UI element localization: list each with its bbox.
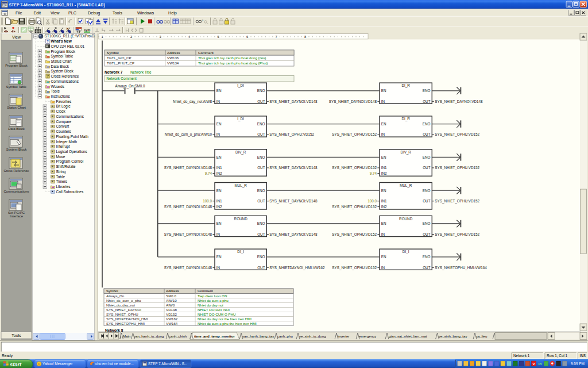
svg-text:View: View: [12, 35, 21, 39]
svg-text:?: ?: [47, 39, 49, 43]
svg-text:Row 1, Col 1: Row 1, Col 1: [547, 354, 568, 358]
svg-text:SYS_NHIET_OPHU:VD152: SYS_NHIET_OPHU:VD152: [435, 132, 479, 137]
svg-text:Symbol Table: Symbol Table: [6, 85, 27, 89]
svg-text:SYS_NHIET_OPHU:VD152: SYS_NHIET_OPHU:VD152: [332, 132, 377, 137]
svg-text:IN2: IN2: [381, 205, 387, 209]
svg-text:canh_phu: canh_phu: [277, 334, 293, 338]
svg-text:Nhiet_do_day_noi: Nhiet_do_day_noi: [106, 303, 135, 307]
svg-text:TGTL_GIO_CP: TGTL_GIO_CP: [107, 56, 131, 60]
svg-text:cho em hoi ve module...: cho em hoi ve module...: [95, 362, 134, 366]
svg-text:Always_On: Always_On: [106, 294, 125, 298]
svg-text:Edit: Edit: [34, 10, 41, 16]
svg-text:SYS_NHIET_OPHU:VD152: SYS_NHIET_OPHU:VD152: [435, 166, 479, 170]
svg-text:DI_R: DI_R: [401, 83, 410, 88]
svg-text:System Block: System Block: [6, 148, 27, 151]
svg-text:ENO: ENO: [257, 255, 265, 259]
svg-text:DI_I: DI_I: [403, 250, 409, 254]
svg-text:EN: EN: [216, 221, 222, 225]
svg-text:Data Block: Data Block: [51, 64, 69, 68]
svg-text:Cross Reference: Cross Reference: [3, 169, 29, 172]
svg-text:IN: IN: [216, 266, 220, 270]
svg-text:String: String: [56, 170, 66, 174]
svg-text:IN: IN: [216, 232, 220, 236]
svg-text:SYS_NHIET_DAYNOI:VD148: SYS_NHIET_DAYNOI:VD148: [329, 99, 377, 104]
svg-text:Nhiet do day noi the hien tren: Nhiet do day noi the hien tren HMI: [198, 317, 252, 321]
svg-text:STEP 7-Micro/WIN - ST100KG_R11: STEP 7-Micro/WIN - ST100KG_R11 - [SIMATI…: [9, 3, 105, 7]
svg-text:ve_sinh_tu_dong: ve_sinh_tu_dong: [299, 334, 326, 338]
svg-text:Thoi gian tich luy canh phu ho: Thoi gian tich luy canh phu hoat dong (P…: [198, 61, 268, 65]
svg-text:VW136: VW136: [167, 56, 179, 60]
svg-text:gian_sat_nhiet_lam_mat: gian_sat_nhiet_lam_mat: [389, 334, 427, 338]
svg-text:Main: Main: [123, 334, 130, 338]
svg-text:Logical Operations: Logical Operations: [56, 150, 88, 154]
svg-text:SYS_NHIETDAYNOI_HMI:VW162: SYS_NHIETDAYNOI_HMI:VW162: [269, 266, 325, 270]
svg-text:EN: EN: [381, 89, 386, 93]
svg-text:VW134: VW134: [167, 61, 179, 65]
svg-text:100.0: 100.0: [368, 199, 377, 203]
svg-text:Interrupt: Interrupt: [56, 144, 70, 149]
svg-text:EN: EN: [381, 122, 386, 126]
svg-text:IN1: IN1: [216, 166, 222, 170]
svg-text:Always_On:SM0.0: Always_On:SM0.0: [115, 84, 145, 89]
svg-text:SYS_NHIET_DAYNOI:VD148: SYS_NHIET_DAYNOI:VD148: [269, 199, 318, 204]
svg-text:ENO: ENO: [423, 189, 431, 193]
svg-text:OUT: OUT: [423, 266, 430, 270]
svg-text:NHIET DO CUM O PHU: NHIET DO CUM O PHU: [198, 312, 236, 316]
svg-text:Nhiet_do_cum_o_phu: Nhiet_do_cum_o_phu: [106, 298, 141, 302]
svg-text:Help: Help: [168, 10, 177, 16]
svg-text:SYS_NHIETOPHU_HMI: SYS_NHIETOPHU_HMI: [106, 321, 145, 325]
svg-text:OUT: OUT: [257, 199, 265, 203]
svg-text:Libraries: Libraries: [56, 185, 71, 189]
svg-text:start: start: [10, 362, 22, 367]
svg-text:VD148: VD148: [166, 308, 177, 312]
svg-text:Interface: Interface: [10, 214, 24, 218]
svg-text:Nhiet do cum o phu: Nhiet do cum o phu: [198, 298, 229, 302]
svg-text:ENO: ENO: [423, 122, 431, 126]
svg-text:ENO: ENO: [423, 155, 431, 159]
svg-text:Program Block: Program Block: [51, 49, 76, 54]
svg-text:OUT: OUT: [257, 232, 265, 236]
svg-text:Comment: Comment: [198, 289, 213, 293]
svg-text:EN: EN: [216, 155, 222, 159]
svg-text:canh_chinh: canh_chinh: [169, 334, 187, 338]
svg-text:SYS_NHIET_DAYNOI:VD148: SYS_NHIET_DAYNOI:VD148: [435, 99, 483, 104]
svg-text:Program Control: Program Control: [56, 159, 84, 164]
svg-text:STEP 7-Micro/WIN - S...: STEP 7-Micro/WIN - S...: [148, 362, 187, 366]
svg-text:time_and_temp_monitor: time_and_temp_monitor: [194, 334, 235, 338]
svg-text:ENO: ENO: [257, 221, 265, 225]
svg-text:VD152: VD152: [166, 312, 177, 316]
svg-text:Symbol: Symbol: [107, 51, 119, 55]
svg-text:Windows: Windows: [137, 10, 154, 16]
svg-text:EN: EN: [381, 255, 386, 259]
svg-text:Tools: Tools: [113, 10, 122, 16]
svg-text:ENO: ENO: [257, 189, 265, 193]
svg-text:IN: IN: [381, 132, 385, 136]
svg-text:Network 8: Network 8: [105, 328, 123, 332]
svg-text:Call Subroutines: Call Subroutines: [56, 190, 84, 194]
svg-text:SYS_NHIET_DAYNOI:VD148: SYS_NHIET_DAYNOI:VD148: [164, 205, 212, 209]
svg-text:Instructions: Instructions: [51, 94, 71, 98]
svg-text:SM0.0: SM0.0: [166, 294, 176, 298]
svg-text:Table: Table: [56, 175, 65, 179]
svg-text:Clock: Clock: [56, 109, 66, 113]
svg-text:EN: EN: [216, 189, 222, 193]
svg-text:IN2: IN2: [216, 205, 222, 209]
svg-text:VW164: VW164: [166, 321, 178, 325]
svg-text:DI_R: DI_R: [401, 117, 410, 121]
svg-text:Tiep diem luon ON: Tiep diem luon ON: [198, 294, 227, 298]
svg-text:OUT: OUT: [257, 166, 265, 170]
svg-text:IN: IN: [381, 266, 385, 270]
svg-text:Counters: Counters: [56, 129, 72, 133]
svg-text:SYS_NHIET_OPHU:VD152: SYS_NHIET_OPHU:VD152: [332, 166, 377, 170]
svg-text:DIV_R: DIV_R: [400, 150, 411, 155]
svg-text:ROUND: ROUND: [234, 217, 248, 221]
svg-text:EN: EN: [216, 122, 222, 126]
svg-text:ENO: ENO: [423, 89, 431, 93]
svg-text:Ready: Ready: [2, 354, 13, 358]
svg-text:SYS_NHIET_DAYNOI:VD148: SYS_NHIET_DAYNOI:VD148: [164, 166, 212, 170]
svg-text:OUT: OUT: [423, 232, 430, 236]
svg-text:OUT: OUT: [257, 132, 265, 136]
svg-text:EN: EN: [381, 155, 386, 159]
svg-text:EN: EN: [381, 189, 386, 193]
svg-text:IN: IN: [216, 99, 220, 103]
